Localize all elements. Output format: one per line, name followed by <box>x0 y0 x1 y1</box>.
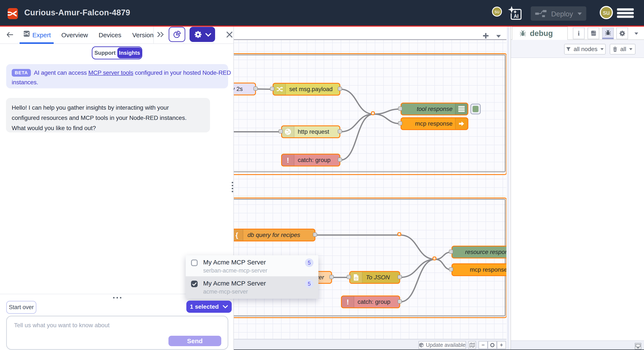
svg-text:{ }: { } <box>355 276 357 280</box>
svg-text:AI: AI <box>514 14 518 19</box>
